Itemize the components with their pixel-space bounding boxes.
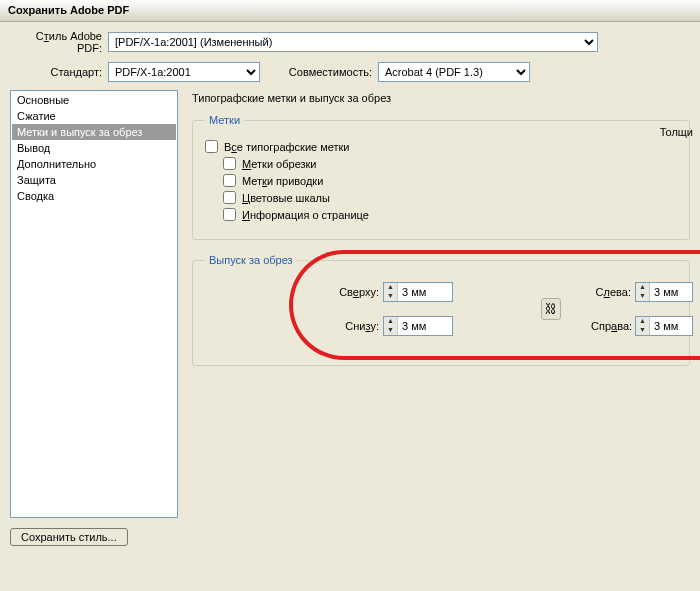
bleed-right-label: Справа: [591, 320, 635, 332]
window-title: Сохранить Adobe PDF [8, 4, 129, 16]
marks-fieldset: Метки Все типографские метки Метки обрез… [192, 114, 690, 240]
style-label: Стиль Adobe PDF: [10, 30, 108, 54]
standard-label: Стандарт: [10, 66, 108, 78]
trim-marks-checkbox[interactable] [223, 157, 236, 170]
spin-up-icon[interactable]: ▲ [384, 283, 397, 292]
page-info-checkbox[interactable] [223, 208, 236, 221]
spin-down-icon[interactable]: ▼ [636, 326, 649, 335]
bleed-legend: Выпуск за обрез [205, 254, 297, 266]
sidebar-item-compression[interactable]: Сжатие [12, 108, 176, 124]
compat-label: Совместимость: [274, 66, 378, 78]
registration-marks-label: Метки приводки [242, 175, 323, 187]
window-titlebar: Сохранить Adobe PDF [0, 0, 700, 22]
bleed-bottom-spinner[interactable]: ▲▼ [383, 316, 453, 336]
save-style-button[interactable]: Сохранить стиль... [10, 528, 128, 546]
all-marks-checkbox[interactable] [205, 140, 218, 153]
marks-legend: Метки [205, 114, 244, 126]
registration-marks-checkbox[interactable] [223, 174, 236, 187]
spin-down-icon[interactable]: ▼ [384, 292, 397, 301]
thickness-label-truncated: Толщи [660, 126, 693, 138]
page-info-label: Информация о странице [242, 209, 369, 221]
sidebar-item-output[interactable]: Вывод [12, 140, 176, 156]
chain-icon: ⛓ [545, 302, 557, 316]
bleed-fieldset: Выпуск за обрез Сверху: ▲▼ Снизу: ▲▼ [192, 254, 690, 366]
link-values-button[interactable]: ⛓ [541, 298, 561, 320]
bleed-bottom-label: Снизу: [337, 320, 383, 332]
sidebar-item-general[interactable]: Основные [12, 92, 176, 108]
bleed-right-input[interactable] [650, 317, 692, 335]
spin-up-icon[interactable]: ▲ [636, 317, 649, 326]
bleed-right-spinner[interactable]: ▲▼ [635, 316, 693, 336]
spin-down-icon[interactable]: ▼ [636, 292, 649, 301]
bleed-top-input[interactable] [398, 283, 452, 301]
bleed-left-label: Слева: [591, 286, 635, 298]
sidebar-item-summary[interactable]: Сводка [12, 188, 176, 204]
sidebar-item-security[interactable]: Защита [12, 172, 176, 188]
category-sidebar: Основные Сжатие Метки и выпуск за обрез … [10, 90, 178, 518]
color-bars-label: Цветовые шкалы [242, 192, 330, 204]
compat-select[interactable]: Acrobat 4 (PDF 1.3) [378, 62, 530, 82]
panel-title: Типографские метки и выпуск за обрез [192, 92, 690, 104]
spin-down-icon[interactable]: ▼ [384, 326, 397, 335]
all-marks-label: Все типографские метки [224, 141, 350, 153]
bleed-left-spinner[interactable]: ▲▼ [635, 282, 693, 302]
bleed-left-input[interactable] [650, 283, 692, 301]
bleed-bottom-input[interactable] [398, 317, 452, 335]
bleed-top-spinner[interactable]: ▲▼ [383, 282, 453, 302]
spin-up-icon[interactable]: ▲ [636, 283, 649, 292]
spin-up-icon[interactable]: ▲ [384, 317, 397, 326]
bleed-top-label: Сверху: [337, 286, 383, 298]
sidebar-item-marks-bleed[interactable]: Метки и выпуск за обрез [12, 124, 176, 140]
sidebar-item-advanced[interactable]: Дополнительно [12, 156, 176, 172]
color-bars-checkbox[interactable] [223, 191, 236, 204]
standard-select[interactable]: PDF/X-1a:2001 [108, 62, 260, 82]
trim-marks-label: Метки обрезки [242, 158, 317, 170]
style-select[interactable]: [PDF/X-1a:2001] (Измененный) [108, 32, 598, 52]
